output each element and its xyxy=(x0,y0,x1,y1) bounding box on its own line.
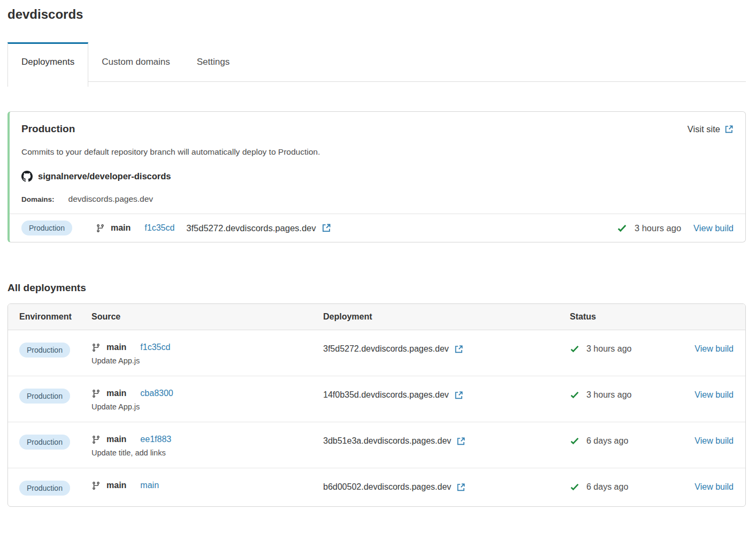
repo-name: signalnerve/developer-discords xyxy=(38,171,171,181)
external-link-icon[interactable] xyxy=(454,391,463,400)
table-row: Production main ee1f883 Update title, ad… xyxy=(8,422,745,468)
branch-name: main xyxy=(106,435,126,444)
column-header-deployment: Deployment xyxy=(323,312,570,322)
tab-custom-domains[interactable]: Custom domains xyxy=(88,42,184,82)
external-link-icon[interactable] xyxy=(456,437,465,446)
deployment-url: 14f0b35d.devdiscords.pages.dev xyxy=(323,390,449,400)
table-row: Production main cba8300 Update App.js 14… xyxy=(8,376,745,422)
external-link-icon xyxy=(724,125,734,134)
deployment-time: 3 hours ago xyxy=(635,223,681,233)
production-description: Commits to your default repository branc… xyxy=(21,147,734,157)
tab-deployments[interactable]: Deployments xyxy=(7,42,88,87)
table-row: Production main main b6d00502.devdiscord… xyxy=(8,468,745,506)
tab-settings[interactable]: Settings xyxy=(184,42,243,82)
production-card-title: Production xyxy=(21,123,75,135)
environment-badge: Production xyxy=(19,343,70,358)
environment-badge: Production xyxy=(19,481,70,496)
tab-deployments-label: Deployments xyxy=(21,57,74,67)
check-icon xyxy=(570,344,579,354)
check-icon xyxy=(570,436,579,446)
commit-message: Update App.js xyxy=(91,356,323,365)
domains-label: Domains: xyxy=(21,195,55,203)
commit-link[interactable]: ee1f883 xyxy=(140,435,171,444)
external-link-icon[interactable] xyxy=(456,483,465,492)
deployment-url: 3f5d5272.devdiscords.pages.dev xyxy=(186,223,316,233)
domains-row: Domains: devdiscords.pages.dev xyxy=(21,194,734,204)
commit-message: Update title, add links xyxy=(91,448,323,457)
git-branch-icon xyxy=(91,435,101,444)
view-build-link[interactable]: View build xyxy=(694,436,734,446)
deployment-url: 3f5d5272.devdiscords.pages.dev xyxy=(323,344,449,354)
visit-site-link[interactable]: Visit site xyxy=(688,124,734,134)
tab-custom-domains-label: Custom domains xyxy=(102,57,170,67)
branch-name: main xyxy=(111,223,131,233)
column-header-status: Status xyxy=(570,312,734,322)
check-icon xyxy=(570,482,579,492)
all-deployments-title: All deployments xyxy=(7,282,746,294)
commit-link[interactable]: f1c35cd xyxy=(140,343,170,352)
repo-row: signalnerve/developer-discords xyxy=(21,171,734,182)
domains-value: devdiscords.pages.dev xyxy=(68,194,154,204)
branch-name: main xyxy=(106,389,126,398)
git-branch-icon xyxy=(96,224,105,233)
table-row: Production main f1c35cd Update App.js 3f… xyxy=(8,330,745,376)
check-icon xyxy=(570,390,579,400)
production-deployment-row: Production main f1c35cd 3f5d5272.devdisc… xyxy=(10,214,745,242)
commit-message: Update App.js xyxy=(91,402,323,411)
commit-link[interactable]: main xyxy=(140,481,159,490)
deployments-table-header: Environment Source Deployment Status xyxy=(8,304,745,330)
external-link-icon[interactable] xyxy=(454,345,463,354)
production-card-body: Production Visit site Commits to your de… xyxy=(10,112,745,214)
tab-settings-label: Settings xyxy=(197,57,230,67)
commit-link[interactable]: f1c35cd xyxy=(144,223,174,233)
deployment-url: 3db51e3a.devdiscords.pages.dev xyxy=(323,436,451,446)
deployment-time: 3 hours ago xyxy=(586,344,632,354)
branch-name: main xyxy=(106,481,126,490)
visit-site-label: Visit site xyxy=(688,124,720,134)
environment-badge: Production xyxy=(21,221,72,235)
environment-badge: Production xyxy=(19,389,70,404)
check-icon xyxy=(617,223,627,233)
deployment-time: 3 hours ago xyxy=(586,390,632,400)
view-build-link[interactable]: View build xyxy=(694,344,734,354)
deployment-url: b6d00502.devdiscords.pages.dev xyxy=(323,482,451,492)
tab-bar: Deployments Custom domains Settings xyxy=(7,42,746,87)
git-branch-icon xyxy=(91,389,101,398)
deployment-time: 6 days ago xyxy=(586,436,628,446)
production-card: Production Visit site Commits to your de… xyxy=(7,111,746,242)
deployment-time: 6 days ago xyxy=(586,482,628,492)
page-title: devdiscords xyxy=(7,7,746,22)
commit-link[interactable]: cba8300 xyxy=(140,389,173,398)
view-build-link[interactable]: View build xyxy=(694,482,734,492)
git-branch-icon xyxy=(91,343,101,352)
column-header-environment: Environment xyxy=(19,312,91,322)
external-link-icon[interactable] xyxy=(322,223,331,233)
github-icon xyxy=(21,171,33,182)
environment-badge: Production xyxy=(19,435,70,450)
column-header-source: Source xyxy=(91,312,323,322)
git-branch-icon xyxy=(91,481,101,490)
pages-project-page: devdiscords Deployments Custom domains S… xyxy=(0,0,756,507)
branch-name: main xyxy=(106,343,126,352)
view-build-link[interactable]: View build xyxy=(693,223,734,233)
view-build-link[interactable]: View build xyxy=(694,390,734,400)
deployments-table: Environment Source Deployment Status Pro… xyxy=(7,303,746,507)
